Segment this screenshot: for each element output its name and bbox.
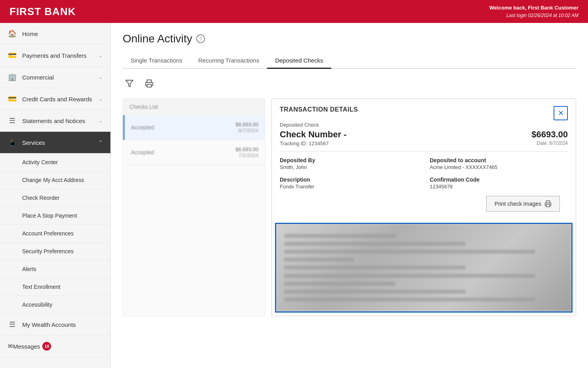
sidebar-item-statements-label: Statements and Notices (22, 118, 85, 124)
detail-tracking-date-row: Tracking ID: 1234567 Date: 8/7/2024 (272, 140, 576, 151)
sidebar-item-statements[interactable]: ☰ Statements and Notices ⌄ (0, 110, 110, 132)
blur-line-5 (284, 266, 466, 269)
confirmation-value: 12345678 (430, 184, 568, 190)
services-icon: 📱 (8, 138, 17, 147)
check-amount-date-0: $6,693.00 8/7/2024 (235, 121, 258, 133)
detail-header: TRANSACTION DETAILS ✕ (272, 99, 576, 120)
page-title-text: Online Activity (123, 32, 192, 45)
blur-line-9 (284, 298, 535, 302)
tab-deposited-checks[interactable]: Deposited Checks (267, 53, 331, 69)
blur-line-7 (284, 282, 396, 286)
filter-button[interactable] (123, 77, 136, 92)
chevron-down-icon: ⌄ (99, 118, 102, 123)
print-button[interactable] (142, 77, 156, 92)
sidebar-item-account-prefs-label: Account Preferences (22, 230, 74, 237)
last-login-text: Last login 02/26/2024 at 10:02 AM (489, 12, 579, 19)
printer-icon (544, 200, 552, 207)
sidebar-item-commercial[interactable]: 🏢 Commercial ⌄ (0, 66, 110, 88)
messages-icon: ✉ (8, 343, 13, 350)
detail-subtitle: Deposited Check (272, 120, 576, 128)
sidebar-item-stop-payment[interactable]: Place A Stop Payment (0, 207, 110, 225)
sidebar-item-home-label: Home (22, 30, 38, 37)
deposited-by-value: Smith, John (280, 164, 418, 170)
sidebar-item-services[interactable]: 📱 Services ⌃ (0, 132, 110, 154)
deposited-to-value: Acme Limited - XXXXXX7465 (430, 164, 568, 170)
sidebar-item-change-address-label: Change My Acct Address (22, 177, 84, 183)
confirmation-label: Confirmation Code (430, 176, 568, 183)
sidebar-item-accessibility-label: Accessibility (22, 302, 52, 308)
detail-amount: $6693.00 (531, 129, 568, 140)
detail-check-number-row: Check Number - $6693.00 (272, 128, 576, 140)
sidebar-item-check-reorder[interactable]: Check Reorder (0, 189, 110, 207)
print-check-images-button[interactable]: Print check images (486, 196, 560, 212)
blur-line-4 (284, 258, 354, 262)
sidebar-item-text-enrollment-label: Text Enrollment (22, 284, 60, 290)
sidebar-item-accessibility[interactable]: Accessibility (0, 296, 110, 314)
sidebar-item-text-enrollment[interactable]: Text Enrollment (0, 278, 110, 296)
building-icon: 🏢 (8, 73, 17, 82)
blur-line-8 (284, 290, 466, 294)
check-amount-1: $6,693.00 (235, 146, 258, 152)
tab-single-transactions[interactable]: Single Transactions (123, 53, 190, 69)
svg-rect-1 (147, 84, 152, 87)
sidebar-item-account-prefs[interactable]: Account Preferences (0, 225, 110, 243)
chevron-down-icon: ⌄ (99, 53, 102, 58)
deposited-by-field: Deposited By Smith, John (280, 157, 418, 170)
lines-icon: ☰ (8, 116, 17, 125)
blur-line-2 (284, 242, 466, 246)
sidebar-item-alerts[interactable]: Alerts (0, 260, 110, 278)
sidebar-item-services-label: Services (22, 139, 45, 146)
close-detail-button[interactable]: ✕ (554, 106, 568, 120)
sidebar-item-check-reorder-label: Check Reorder (22, 195, 59, 201)
credit-card-icon: 💳 (8, 95, 17, 103)
check-date-1: 7/2/2024 (238, 152, 258, 158)
svg-rect-2 (546, 205, 550, 207)
toolbar (123, 77, 576, 92)
sidebar: 🏠 Home 💳 Payments and Transfers ⌄ 🏢 Comm… (0, 23, 111, 368)
check-image-area (275, 223, 573, 313)
detail-divider (280, 151, 568, 152)
deposited-to-label: Deposited to account (430, 157, 568, 163)
tab-recurring-transactions[interactable]: Recurring Transactions (190, 53, 267, 69)
blur-line-6 (284, 274, 535, 278)
checks-list: Checks List Accepted $6,693.00 8/7/2024 … (123, 99, 265, 316)
sidebar-item-payments[interactable]: 💳 Payments and Transfers ⌄ (0, 45, 110, 66)
chevron-up-icon: ⌃ (99, 140, 102, 145)
sidebar-item-commercial-label: Commercial (22, 74, 54, 81)
description-field: Description Funds Transfer (280, 176, 418, 190)
blur-line-1 (284, 234, 396, 238)
transaction-detail-panel: TRANSACTION DETAILS ✕ Deposited Check Ch… (271, 99, 576, 316)
check-item-0[interactable]: Accepted $6,693.00 8/7/2024 (123, 115, 265, 140)
main-layout: 🏠 Home 💳 Payments and Transfers ⌄ 🏢 Comm… (0, 23, 588, 368)
deposited-by-label: Deposited By (280, 157, 418, 163)
sidebar-item-messages[interactable]: ✉ Messages 10 (0, 336, 110, 357)
sidebar-item-activity-center-label: Activity Center (22, 159, 58, 165)
detail-tracking-id: Tracking ID: 1234567 (280, 140, 329, 146)
check-status-1: Accepted (131, 149, 154, 156)
sidebar-item-security-prefs-label: Security Preferences (22, 248, 74, 254)
sidebar-item-wealth-accounts[interactable]: ☰ My Wealth Accounts (0, 314, 110, 336)
sidebar-item-home[interactable]: 🏠 Home (0, 23, 110, 45)
help-icon[interactable]: ? (196, 34, 205, 43)
header-welcome: Welcome back, First Bank Customer Last l… (489, 4, 579, 19)
checks-list-header: Checks List (123, 99, 265, 115)
sidebar-item-stop-payment-label: Place A Stop Payment (22, 212, 77, 219)
description-value: Funds Transfer (280, 184, 418, 190)
print-check-images-label: Print check images (495, 201, 541, 207)
card-icon: 💳 (8, 51, 17, 60)
sidebar-item-activity-center[interactable]: Activity Center (0, 154, 110, 171)
sidebar-item-credit-cards[interactable]: 💳 Credit Cards and Rewards ⌄ (0, 88, 110, 110)
main-content: Online Activity ? Single Transactions Re… (111, 23, 588, 368)
confirmation-field: Confirmation Code 12345678 (430, 176, 568, 190)
sidebar-item-security-prefs[interactable]: Security Preferences (0, 243, 110, 260)
chevron-down-icon: ⌄ (99, 96, 102, 102)
check-image-blur (276, 224, 571, 311)
check-item-1[interactable]: Accepted $6,693.00 7/2/2024 (123, 140, 265, 165)
description-label: Description (280, 176, 418, 183)
svg-marker-0 (126, 80, 133, 87)
sidebar-item-alerts-label: Alerts (22, 266, 36, 272)
messages-badge: 10 (42, 342, 51, 351)
sidebar-item-change-address[interactable]: Change My Acct Address (0, 171, 110, 189)
logo: FIRST BANK (9, 6, 76, 18)
page-title: Online Activity ? (123, 32, 576, 45)
